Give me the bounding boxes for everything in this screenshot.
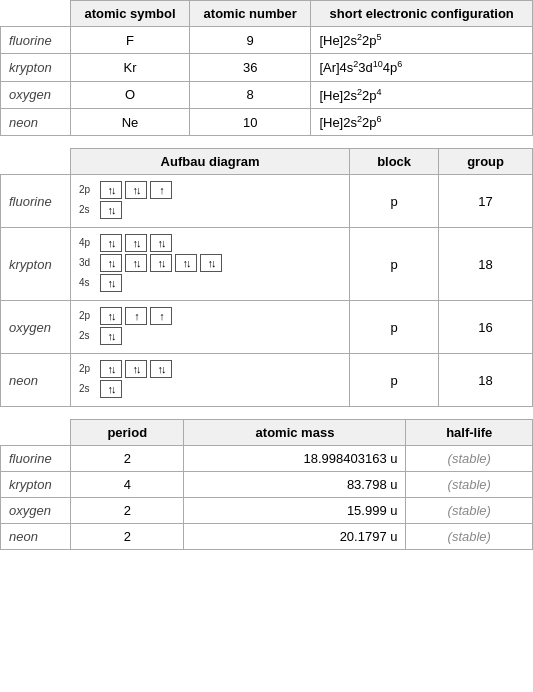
table-row: fluorine 2 18.998403163 u (stable): [1, 446, 533, 472]
col-mass: atomic mass: [184, 420, 406, 446]
table-row: fluorine 2p ↑↓ ↑↓ ↑ 2s ↑↓ p 17: [1, 175, 533, 228]
element-label: fluorine: [1, 175, 71, 228]
element-label: krypton: [1, 472, 71, 498]
symbol-cell: F: [71, 27, 190, 54]
group-cell: 17: [439, 175, 533, 228]
table-row: oxygen O 8 [He]2s22p4: [1, 81, 533, 108]
element-label: oxygen: [1, 81, 71, 108]
table-row: fluorine F 9 [He]2s22p5: [1, 27, 533, 54]
block-cell: p: [350, 354, 439, 407]
element-label: oxygen: [1, 301, 71, 354]
table-row: krypton Kr 36 [Ar]4s23d104p6: [1, 54, 533, 81]
mass-cell: 15.999 u: [184, 498, 406, 524]
block-cell: p: [350, 228, 439, 301]
mass-cell: 20.1797 u: [184, 524, 406, 550]
element-label: oxygen: [1, 498, 71, 524]
number-cell: 10: [190, 108, 311, 135]
element-label: neon: [1, 524, 71, 550]
config-cell: [He]2s22p5: [311, 27, 533, 54]
aufbau-cell: 2p ↑↓ ↑↓ ↑↓ 2s ↑↓: [71, 354, 350, 407]
group-cell: 16: [439, 301, 533, 354]
number-cell: 36: [190, 54, 311, 81]
number-cell: 8: [190, 81, 311, 108]
table-row: krypton 4p ↑↓ ↑↓ ↑↓ 3d ↑↓ ↑↓ ↑↓ ↑↓ ↑↓: [1, 228, 533, 301]
table-row: neon 2p ↑↓ ↑↓ ↑↓ 2s ↑↓ p 18: [1, 354, 533, 407]
group-cell: 18: [439, 228, 533, 301]
symbol-cell: O: [71, 81, 190, 108]
table1-section: atomic symbol atomic number short electr…: [0, 0, 533, 136]
table2-section: Aufbau diagram block group fluorine 2p ↑…: [0, 148, 533, 407]
element-label: neon: [1, 108, 71, 135]
col-aufbau: Aufbau diagram: [71, 149, 350, 175]
symbol-cell: Ne: [71, 108, 190, 135]
config-cell: [Ar]4s23d104p6: [311, 54, 533, 81]
config-cell: [He]2s22p4: [311, 81, 533, 108]
config-cell: [He]2s22p6: [311, 108, 533, 135]
table-row: oxygen 2 15.999 u (stable): [1, 498, 533, 524]
number-cell: 9: [190, 27, 311, 54]
mass-cell: 18.998403163 u: [184, 446, 406, 472]
halflife-cell: (stable): [406, 498, 533, 524]
period-cell: 4: [71, 472, 184, 498]
element-label: krypton: [1, 54, 71, 81]
table-row: neon 2 20.1797 u (stable): [1, 524, 533, 550]
col-group: group: [439, 149, 533, 175]
aufbau-cell: 4p ↑↓ ↑↓ ↑↓ 3d ↑↓ ↑↓ ↑↓ ↑↓ ↑↓ 4s: [71, 228, 350, 301]
halflife-cell: (stable): [406, 446, 533, 472]
table2: Aufbau diagram block group fluorine 2p ↑…: [0, 148, 533, 407]
element-label: krypton: [1, 228, 71, 301]
element-label: fluorine: [1, 446, 71, 472]
block-cell: p: [350, 301, 439, 354]
col-config: short electronic configuration: [311, 1, 533, 27]
period-cell: 2: [71, 498, 184, 524]
element-label: neon: [1, 354, 71, 407]
table3-section: period atomic mass half-life fluorine 2 …: [0, 419, 533, 550]
aufbau-cell: 2p ↑↓ ↑↓ ↑ 2s ↑↓: [71, 175, 350, 228]
col-block: block: [350, 149, 439, 175]
halflife-cell: (stable): [406, 524, 533, 550]
period-cell: 2: [71, 524, 184, 550]
element-label: fluorine: [1, 27, 71, 54]
col-atomic-symbol: atomic symbol: [71, 1, 190, 27]
col-halflife: half-life: [406, 420, 533, 446]
group-cell: 18: [439, 354, 533, 407]
aufbau-cell: 2p ↑↓ ↑ ↑ 2s ↑↓: [71, 301, 350, 354]
table-row: neon Ne 10 [He]2s22p6: [1, 108, 533, 135]
symbol-cell: Kr: [71, 54, 190, 81]
period-cell: 2: [71, 446, 184, 472]
table3: period atomic mass half-life fluorine 2 …: [0, 419, 533, 550]
col-period: period: [71, 420, 184, 446]
halflife-cell: (stable): [406, 472, 533, 498]
table-row: krypton 4 83.798 u (stable): [1, 472, 533, 498]
table-row: oxygen 2p ↑↓ ↑ ↑ 2s ↑↓ p 16: [1, 301, 533, 354]
col-atomic-number: atomic number: [190, 1, 311, 27]
table1: atomic symbol atomic number short electr…: [0, 0, 533, 136]
mass-cell: 83.798 u: [184, 472, 406, 498]
block-cell: p: [350, 175, 439, 228]
